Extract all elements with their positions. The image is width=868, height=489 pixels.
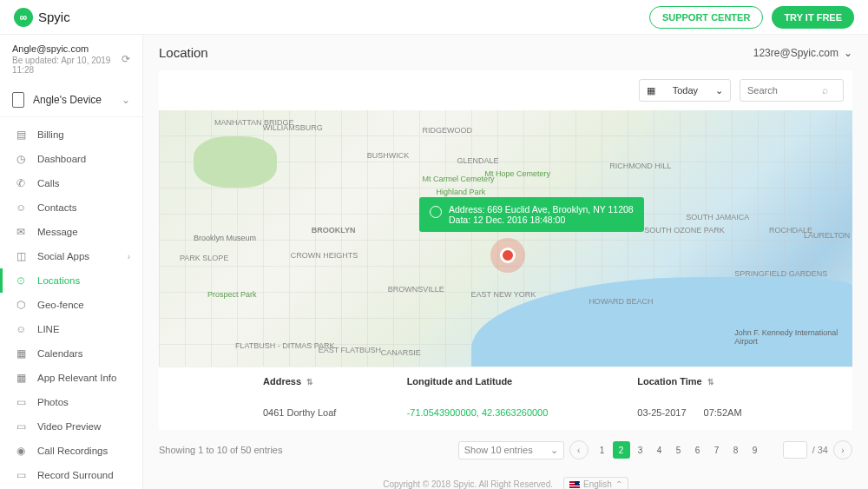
top-header: ∞ Spyic SUPPORT CENTER TRY IT FREE <box>0 0 868 35</box>
copyright: Copyright © 2018 Spyic. All Right Reserv… <box>383 479 553 489</box>
try-it-free-button[interactable]: TRY IT FREE <box>772 6 854 29</box>
location-icon <box>430 206 442 218</box>
page-next-button[interactable]: › <box>833 440 852 459</box>
chevron-down-icon: ⌄ <box>715 85 723 96</box>
calendars-icon: ▦ <box>15 347 27 360</box>
map-label: EAST FLATBUSH <box>319 346 381 354</box>
chevron-down-icon: ⌄ <box>844 47 852 59</box>
page-4-button[interactable]: 4 <box>651 441 668 459</box>
table-footer: Showing 1 to 10 of 50 entries Show 10 en… <box>159 430 852 470</box>
main-content: Location 123re@Spyic.com ⌄ ▦ Today ⌄ ⌕ M… <box>143 35 868 489</box>
col-location-time[interactable]: Location Time <box>637 376 701 387</box>
table-header: Address⇅ Longitude and Latitude Location… <box>159 367 852 395</box>
map-label: BUSHWICK <box>367 151 410 160</box>
col-address[interactable]: Address <box>263 376 301 387</box>
cell-coordinates: -71.0543900000, 42.3663260000 <box>407 407 638 418</box>
page-1-button[interactable]: 1 <box>594 441 611 459</box>
sidebar-item-geo-fence[interactable]: ⬡Geo-fence <box>0 293 142 317</box>
map-label: Mt Hope Cemetery <box>485 169 551 178</box>
app-relevant-info-icon: ▦ <box>15 372 27 384</box>
page-9-button[interactable]: 9 <box>746 441 764 459</box>
cell-address: 0461 Dorthy Loaf <box>176 407 407 418</box>
sort-icon[interactable]: ⇅ <box>306 378 313 387</box>
sort-icon[interactable]: ⇅ <box>707 378 714 387</box>
search-box[interactable]: ⌕ <box>740 79 844 102</box>
map-label: RICHMOND HILL <box>609 162 671 170</box>
map-label: SOUTH JAMAICA <box>686 213 749 221</box>
sidebar-item-locations[interactable]: ⊙Locations <box>0 268 142 293</box>
map-label: BROOKLYN <box>312 226 356 235</box>
sidebar-item-app-relevant-info[interactable]: ▦App Relevant Info <box>0 366 142 390</box>
page-jump-input[interactable] <box>783 441 807 459</box>
device-icon <box>12 92 24 108</box>
location-pin[interactable] <box>497 245 518 266</box>
map-label: HOWARD BEACH <box>589 297 653 306</box>
page-3-button[interactable]: 3 <box>632 441 649 459</box>
sidebar-item-record-surround[interactable]: ▭Record Surround <box>0 463 142 487</box>
contacts-icon: ☺ <box>15 202 27 214</box>
page-total: / 34 <box>812 445 828 455</box>
table-row[interactable]: 0461 Dorthy Loaf -71.0543900000, 42.3663… <box>159 395 852 430</box>
map-label: Highland Park <box>437 188 486 196</box>
map-label: PARK SLOPE <box>180 254 228 262</box>
refresh-icon[interactable]: ⟳ <box>122 53 130 65</box>
sidebar-item-line[interactable]: ☺LINE <box>0 317 142 341</box>
map-label: SOUTH OZONE PARK <box>644 226 724 235</box>
map-label: GLENDALE <box>457 156 499 165</box>
map-label: WILLIAMSBURG <box>263 123 323 132</box>
sidebar-item-calendars[interactable]: ▦Calendars <box>0 341 142 366</box>
map-label: CROWN HEIGHTS <box>291 251 358 260</box>
calendar-icon: ▦ <box>647 85 655 96</box>
account-dropdown[interactable]: 123re@Spyic.com ⌄ <box>753 47 852 59</box>
search-input[interactable] <box>747 85 817 96</box>
sidebar-item-photos[interactable]: ▭Photos <box>0 390 142 414</box>
support-center-button[interactable]: SUPPORT CENTER <box>649 6 763 29</box>
map-label: Prospect Park <box>207 290 257 299</box>
map-label: SPRINGFIELD GARDENS <box>734 269 827 278</box>
nav-list: ▤Billing◷Dashboard✆Calls☺Contacts✉Messag… <box>0 117 142 489</box>
language-selector[interactable]: English ⌃ <box>563 477 628 489</box>
sidebar-item-call-recordings[interactable]: ◉Call Recordings <box>0 439 142 463</box>
map-view[interactable]: Manhattan Bridge WILLIAMSBURG RIDGEWOOD … <box>159 110 852 367</box>
geo-fence-icon: ⬡ <box>15 299 27 311</box>
entries-per-page-select[interactable]: Show 10 entries⌄ <box>458 441 564 459</box>
record-surround-icon: ▭ <box>15 469 27 481</box>
date-filter-select[interactable]: ▦ Today ⌄ <box>639 79 731 102</box>
page-2-button[interactable]: 2 <box>613 441 630 459</box>
sidebar-item-dashboard[interactable]: ◷Dashboard <box>0 147 142 171</box>
col-longitude-latitude[interactable]: Longitude and Latitude <box>407 376 513 387</box>
map-label: RIDGEWOOD <box>423 126 473 135</box>
map-label: BROWNSVILLE <box>388 285 444 294</box>
callout-data: Data: 12 Dec. 2016 18:48:00 <box>449 215 634 225</box>
sidebar-item-video-preview[interactable]: ▭Video Preview <box>0 414 142 439</box>
video-preview-icon: ▭ <box>15 420 27 433</box>
page-8-button[interactable]: 8 <box>727 441 745 459</box>
map-label: John F. Kennedy International Airport <box>734 328 852 346</box>
last-updated: Be updated: Apr 10, 2019 11:28 <box>12 56 122 75</box>
sidebar-item-social-apps[interactable]: ◫Social Apps› <box>0 244 142 268</box>
device-selector[interactable]: Angle's Device ⌄ <box>0 83 142 117</box>
sidebar-item-calls[interactable]: ✆Calls <box>0 171 142 195</box>
locations-icon: ⊙ <box>15 274 27 287</box>
callout-address: Address: 669 Euclid Ave, Brooklyn, NY 11… <box>449 204 634 215</box>
social-apps-icon: ◫ <box>15 250 27 262</box>
message-icon: ✉ <box>15 226 27 238</box>
page-prev-button[interactable]: ‹ <box>569 440 589 459</box>
map-label: EAST NEW YORK <box>471 290 536 299</box>
map-label: Mt Carmel Cemetery <box>423 175 495 183</box>
cell-time: 03-25-201707:52AM <box>637 407 835 418</box>
chevron-down-icon: ⌄ <box>122 94 130 106</box>
brand-logo[interactable]: ∞ Spyic <box>14 8 70 27</box>
page-6-button[interactable]: 6 <box>689 441 707 459</box>
page-5-button[interactable]: 5 <box>670 441 687 459</box>
line-icon: ☺ <box>15 323 27 335</box>
sidebar-item-contacts[interactable]: ☺Contacts <box>0 195 142 220</box>
sidebar-item-billing[interactable]: ▤Billing <box>0 122 142 147</box>
flag-icon <box>569 481 580 488</box>
page-7-button[interactable]: 7 <box>708 441 726 459</box>
filter-toolbar: ▦ Today ⌄ ⌕ <box>159 70 852 110</box>
page-title: Location <box>159 45 208 60</box>
page-footer: Copyright © 2018 Spyic. All Right Reserv… <box>143 470 868 489</box>
map-label: CANARSIE <box>381 348 421 357</box>
sidebar-item-message[interactable]: ✉Message <box>0 220 142 244</box>
